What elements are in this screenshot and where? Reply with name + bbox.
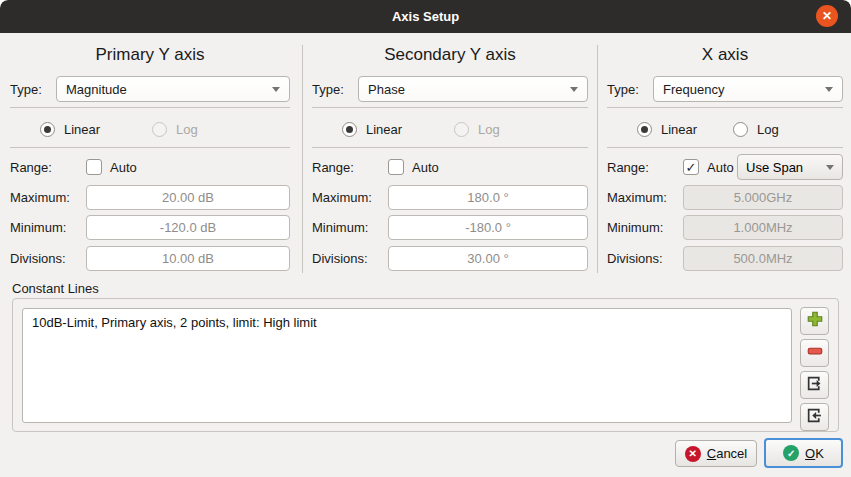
log-radio-label: Log: [176, 122, 198, 137]
separator: [312, 147, 588, 148]
import-lines-button[interactable]: [800, 403, 829, 431]
log-radio-label: Log: [478, 122, 500, 137]
maximum-label: Maximum:: [10, 190, 86, 205]
divisions-label: Divisions:: [607, 251, 683, 266]
panel-title: X axis: [607, 45, 843, 65]
minimum-label: Minimum:: [312, 220, 388, 235]
radio-icon[interactable]: [733, 122, 748, 137]
separator: [607, 147, 843, 148]
type-label: Type:: [312, 82, 358, 97]
ok-button-label: OK: [805, 446, 824, 461]
minimum-input: 1.000MHz: [683, 215, 843, 240]
radio-icon[interactable]: [40, 122, 55, 137]
list-item[interactable]: 10dB-Limit, Primary axis, 2 points, limi…: [32, 313, 782, 332]
linear-radio[interactable]: Linear: [40, 122, 152, 137]
span-mode-dropdown[interactable]: Use Span: [737, 154, 843, 180]
minimum-input[interactable]: -120.0 dB: [86, 215, 290, 240]
axis-setup-dialog: Axis Setup ✕ Primary Y axis Type: Magnit…: [0, 0, 851, 477]
separator: [10, 147, 290, 148]
chevron-down-icon: [826, 165, 834, 170]
chevron-down-icon: [825, 87, 833, 92]
minus-icon: [806, 342, 824, 364]
checkmark-icon: ✓: [686, 161, 697, 174]
panel-title: Secondary Y axis: [312, 45, 588, 65]
window-title: Axis Setup: [392, 9, 459, 24]
type-dropdown[interactable]: Phase: [358, 76, 588, 102]
type-dropdown[interactable]: Frequency: [653, 76, 843, 102]
secondary-y-axis-panel: Secondary Y axis Type: Phase Linear Log …: [312, 40, 588, 280]
divisions-input: 500.0MHz: [683, 246, 843, 271]
primary-y-axis-panel: Primary Y axis Type: Magnitude Linear Lo…: [10, 40, 290, 280]
type-dropdown-value: Phase: [368, 82, 405, 97]
auto-checkbox-label: Auto: [412, 160, 439, 175]
cancel-button-label: Cancel: [707, 446, 747, 461]
minimum-label: Minimum:: [10, 220, 86, 235]
titlebar[interactable]: Axis Setup ✕: [0, 0, 851, 33]
range-label: Range:: [312, 160, 388, 175]
ok-check-icon: ✓: [783, 445, 799, 461]
import-icon: [806, 407, 823, 428]
close-icon[interactable]: ✕: [816, 5, 838, 27]
panel-title: Primary Y axis: [10, 45, 290, 65]
linear-radio[interactable]: Linear: [637, 122, 733, 137]
plus-icon: [806, 310, 824, 332]
constant-lines-label: Constant Lines: [12, 281, 99, 296]
maximum-input: 5.000GHz: [683, 185, 843, 210]
maximum-input[interactable]: 20.00 dB: [86, 185, 290, 210]
export-icon: [806, 375, 823, 396]
log-radio[interactable]: Log: [733, 122, 779, 137]
minimum-input[interactable]: -180.0 °: [388, 215, 588, 240]
constant-lines-list[interactable]: 10dB-Limit, Primary axis, 2 points, limi…: [22, 308, 792, 423]
radio-icon: [454, 122, 469, 137]
auto-checkbox[interactable]: ✓: [388, 159, 404, 175]
type-dropdown-value: Frequency: [663, 82, 724, 97]
cancel-cross-icon: ✕: [685, 446, 701, 462]
separator: [607, 107, 843, 108]
x-axis-panel: X axis Type: Frequency Linear Log Range:…: [607, 40, 843, 280]
divisions-label: Divisions:: [312, 251, 388, 266]
type-label: Type:: [10, 82, 56, 97]
linear-radio-label: Linear: [661, 122, 697, 137]
auto-checkbox[interactable]: ✓: [683, 159, 699, 175]
auto-checkbox[interactable]: ✓: [86, 159, 102, 175]
log-radio-label: Log: [757, 122, 779, 137]
span-mode-value: Use Span: [746, 160, 803, 175]
divisions-input[interactable]: 30.00 °: [388, 246, 588, 271]
column-separator: [302, 45, 303, 273]
maximum-label: Maximum:: [312, 190, 388, 205]
chevron-down-icon: [272, 87, 280, 92]
type-dropdown-value: Magnitude: [66, 82, 127, 97]
linear-radio-label: Linear: [64, 122, 100, 137]
maximum-label: Maximum:: [607, 190, 683, 205]
log-radio: Log: [454, 122, 500, 137]
separator: [312, 107, 588, 108]
range-label: Range:: [10, 160, 86, 175]
maximum-input[interactable]: 180.0 °: [388, 185, 588, 210]
radio-icon: [152, 122, 167, 137]
linear-radio-label: Linear: [366, 122, 402, 137]
remove-line-button[interactable]: [800, 339, 829, 367]
type-dropdown[interactable]: Magnitude: [56, 76, 290, 102]
linear-radio[interactable]: Linear: [342, 122, 454, 137]
minimum-label: Minimum:: [607, 220, 683, 235]
cancel-button[interactable]: ✕ Cancel: [675, 440, 757, 467]
auto-checkbox-label: Auto: [110, 160, 137, 175]
radio-icon[interactable]: [342, 122, 357, 137]
add-line-button[interactable]: [800, 307, 829, 335]
radio-icon[interactable]: [637, 122, 652, 137]
constant-lines-group: 10dB-Limit, Primary axis, 2 points, limi…: [12, 298, 839, 432]
log-radio: Log: [152, 122, 198, 137]
range-label: Range:: [607, 160, 683, 175]
divisions-label: Divisions:: [10, 251, 86, 266]
column-separator: [597, 45, 598, 273]
chevron-down-icon: [570, 87, 578, 92]
separator: [10, 107, 290, 108]
ok-button[interactable]: ✓ OK: [764, 438, 843, 468]
type-label: Type:: [607, 82, 653, 97]
divisions-input[interactable]: 10.00 dB: [86, 246, 290, 271]
export-lines-button[interactable]: [800, 371, 829, 399]
auto-checkbox-label: Auto: [707, 160, 734, 175]
